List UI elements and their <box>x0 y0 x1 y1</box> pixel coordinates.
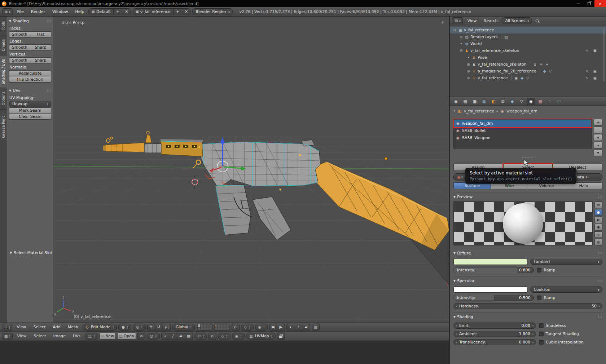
flip-direction-button[interactable]: Flip Direction <box>9 76 51 83</box>
expander-icon[interactable]: ⊕ <box>466 69 471 73</box>
layout-browse-button[interactable]: ▦Default <box>89 9 113 15</box>
object-origin-dot[interactable] <box>385 157 387 160</box>
material-slot-row[interactable]: ◉ SA58_Weapon <box>454 134 591 141</box>
shelf-tab-shading-uvs[interactable]: Shading / UVs <box>0 56 7 88</box>
menu-mesh[interactable]: Mesh <box>65 323 81 331</box>
tab-object-data[interactable]: ▽ <box>517 98 526 105</box>
shelf-tab-tools[interactable]: Tools <box>0 17 7 35</box>
scale-manipulator-button[interactable]: ◰ <box>163 324 171 330</box>
translucency-field[interactable]: Translucency: 0.000 <box>453 339 536 345</box>
restrict-render-icon[interactable]: ▣ <box>593 76 597 80</box>
preview-panel-header[interactable]: ▼ Preview <box>453 193 602 200</box>
mode-selector[interactable]: ◇ Edit Mode <box>83 324 117 330</box>
preview-hair-button[interactable]: ∿ <box>594 231 602 238</box>
restrict-render-icon[interactable]: ▣ <box>593 69 597 73</box>
tangent-shading-checkbox[interactable]: Tangent Shading <box>539 332 602 336</box>
restrict-render-icon[interactable]: ▣ <box>593 49 597 53</box>
diffuse-color-swatch[interactable] <box>453 259 527 265</box>
menu-select[interactable]: Select <box>31 323 49 331</box>
specular-shader-selector[interactable]: CookTorr <box>530 287 602 293</box>
outliner-row-skeleton-object[interactable]: ⊖ ♟ v_fal_reference_skeleton ↖ ▣ <box>450 47 606 54</box>
opengl-render-button[interactable]: ▣ <box>269 324 277 330</box>
menu-window[interactable]: Window <box>49 7 71 16</box>
tab-constraints[interactable]: ⊡ <box>499 98 507 105</box>
snap-toggle-button[interactable]: ∩ <box>232 324 240 330</box>
layout-add-button[interactable]: + <box>113 9 122 15</box>
remove-slot-button[interactable]: − <box>594 126 602 133</box>
breadcrumb-object[interactable]: v_fal_reference <box>464 109 494 114</box>
edges-sharp-button[interactable]: Sharp <box>30 44 51 50</box>
search-icon[interactable] <box>536 19 539 22</box>
shelf-tab-create[interactable]: Create <box>0 35 7 56</box>
vertices-smooth-button[interactable]: Smooth <box>9 57 30 63</box>
tab-world[interactable]: ◍ <box>480 98 488 105</box>
outliner-row-skeleton-data[interactable]: ⊕ ♟ v_fal_reference_skeleton ♙ ✛ ∗ <box>450 61 606 68</box>
clear-seam-button[interactable]: Clear Seam <box>9 114 51 120</box>
preview-cube-button[interactable]: ◧ <box>594 216 602 223</box>
uvs-panel-header[interactable]: ▼ UVs <box>9 87 51 94</box>
material-slot-row[interactable]: ◉ weapon_fal_dm <box>454 120 591 127</box>
outliner-row-pose[interactable]: • ♙ Pose <box>450 54 606 61</box>
open-image-button[interactable]: ▤ Open <box>117 333 136 339</box>
faces-flat-button[interactable]: Flat <box>30 31 51 37</box>
slot-specials-button[interactable]: ▾ <box>594 134 602 141</box>
tab-particles[interactable]: ∴ <box>545 98 554 105</box>
uv-editor-content[interactable] <box>0 341 449 364</box>
expander-icon[interactable]: ⊕ <box>466 62 471 66</box>
mark-seam-button[interactable]: Mark Seam <box>9 107 51 114</box>
restore-button[interactable] <box>584 0 594 7</box>
menu-search[interactable]: Search <box>481 17 501 25</box>
viewport-3d[interactable]: z x y User Persp (0) v_fal_reference + <box>53 17 449 323</box>
diffuse-ramp-checkbox[interactable]: Ramp <box>537 268 602 272</box>
preview-sphere-button[interactable]: ● <box>594 209 602 216</box>
viewport-canvas[interactable]: z x y <box>53 17 449 323</box>
panel-drag-dots[interactable] <box>598 315 602 319</box>
proportional-edit-selector[interactable]: ◉ <box>255 324 268 330</box>
shadeless-checkbox[interactable]: Shadeless <box>539 323 602 328</box>
panel-drag-dots[interactable] <box>47 89 51 92</box>
display-filter-selector[interactable]: All Scenes <box>502 17 532 24</box>
tab-render[interactable]: ◉ <box>452 98 460 105</box>
pin-icon[interactable]: ⌖ <box>453 109 456 113</box>
tab-physics[interactable]: ◌ <box>555 98 563 105</box>
uvmap-selector[interactable]: ▦ UVMap <box>246 333 276 339</box>
outliner-row-renderlayers[interactable]: ⊕ ▤ RenderLayers ▤ <box>450 34 606 40</box>
new-image-button[interactable]: ⊞ New <box>100 333 116 339</box>
shading-panel-header[interactable]: ▼ Shading <box>453 313 602 320</box>
edge-select-button[interactable]: ∕ <box>294 324 302 330</box>
render-engine-selector[interactable]: Blender Render <box>192 8 233 15</box>
uv-snap-toggle-button[interactable]: ∩ <box>208 333 216 339</box>
tab-render-layers[interactable]: ▤ <box>461 98 470 105</box>
uv-island-select-button[interactable]: ▦ <box>185 333 193 339</box>
expander-icon[interactable]: ⊕ <box>466 76 471 80</box>
face-select-button[interactable]: ▰ <box>302 324 310 330</box>
uv-lock-button[interactable] <box>277 333 285 339</box>
rifle-mesh[interactable] <box>103 131 449 285</box>
restrict-select-icon[interactable]: ↖ <box>586 76 589 80</box>
outliner-row-scene[interactable]: ⊖ ▣ v_fal_reference <box>450 27 606 34</box>
tab-texture[interactable]: ▦ <box>536 98 545 105</box>
panel-drag-dots[interactable] <box>598 252 602 255</box>
uv-vertex-select-button[interactable]: ∙ <box>161 333 169 339</box>
scene-browse-button[interactable]: ▣v_fal_reference <box>133 9 173 15</box>
uv-proportional-selector[interactable]: ◉ <box>232 333 245 339</box>
list-resize-grip[interactable] <box>522 157 534 159</box>
specular-ramp-checkbox[interactable]: Ramp <box>537 296 602 300</box>
operator-redo-panel[interactable]: ▼ Select Material Slot <box>10 250 52 255</box>
material-browse-button[interactable]: ◉ <box>453 173 466 181</box>
translate-manipulator-button[interactable]: ✛ <box>147 324 155 330</box>
diffuse-intensity-slider[interactable]: Intensity: 0.800 <box>453 267 534 273</box>
edges-smooth-button[interactable]: Smooth <box>9 44 30 50</box>
specular-intensity-slider[interactable]: Intensity: 0.500 <box>453 295 534 301</box>
expander-icon[interactable]: ⊕ <box>458 35 464 39</box>
menu-file[interactable]: File <box>14 7 26 16</box>
menu-select[interactable]: Select <box>31 332 49 341</box>
breadcrumb-material[interactable]: weapon_fal_dm <box>506 109 537 114</box>
opengl-render-anim-button[interactable]: ▶ <box>277 324 285 330</box>
shelf-tab-options[interactable]: Options <box>0 88 7 110</box>
diffuse-shader-selector[interactable]: Lambert <box>530 259 602 265</box>
emit-field[interactable]: Emit: 0.00 <box>453 323 536 329</box>
faces-smooth-button[interactable]: Smooth <box>9 31 30 37</box>
tab-modifiers[interactable]: ◆ <box>508 98 517 105</box>
diffuse-panel-header[interactable]: ▼ Diffuse <box>453 249 602 257</box>
